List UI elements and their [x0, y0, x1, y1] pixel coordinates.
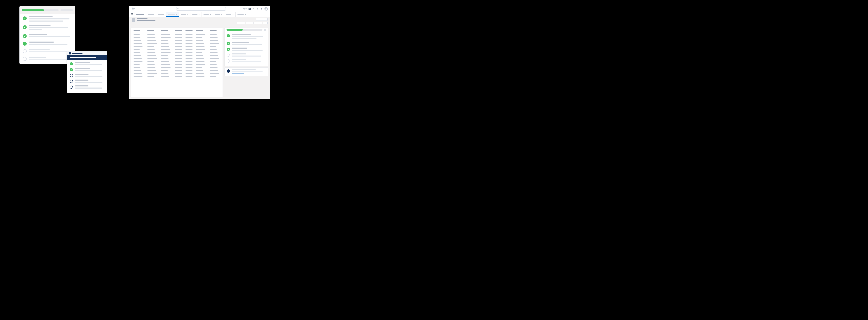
table-cell: [185, 40, 192, 41]
settings-icon[interactable]: [256, 8, 259, 10]
nav-tab[interactable]: [236, 12, 248, 17]
avatar[interactable]: [265, 7, 268, 10]
checklist-step[interactable]: [23, 57, 72, 61]
nav-tab[interactable]: [224, 12, 236, 17]
checklist-step[interactable]: [23, 25, 72, 30]
text-placeholder: [232, 61, 261, 62]
table-cell: [210, 49, 217, 50]
record-type-icon: [132, 18, 135, 22]
table-cell: [133, 52, 141, 53]
table-cell: [185, 64, 192, 65]
nav-tab[interactable]: [179, 12, 190, 17]
table-cell: [161, 49, 170, 50]
checklist-step[interactable]: [70, 80, 105, 83]
table-cell: [196, 74, 204, 74]
guidance-card: [224, 28, 268, 66]
table-cell: [175, 74, 182, 74]
check-circle-icon: [227, 42, 230, 45]
text-placeholder: [29, 19, 70, 20]
footer-line: [232, 69, 256, 70]
text-placeholder: [232, 44, 262, 45]
action-button[interactable]: [263, 22, 268, 24]
checklist-card: [20, 6, 75, 64]
modal-banner: [67, 55, 107, 60]
checklist-step[interactable]: [227, 53, 266, 57]
text-placeholder: [232, 34, 251, 35]
checklist-step[interactable]: [70, 85, 105, 89]
text-placeholder: [232, 53, 246, 54]
nav-tab[interactable]: [156, 12, 166, 17]
add-icon[interactable]: [249, 8, 251, 10]
search-input[interactable]: [176, 7, 226, 10]
table-cell: [175, 77, 182, 77]
checklist-step[interactable]: [23, 34, 72, 38]
footer-line: [232, 71, 263, 72]
table-cell: [210, 64, 217, 65]
table-cell: [210, 67, 218, 68]
nav-tab[interactable]: [166, 12, 179, 17]
checklist-step[interactable]: [23, 41, 72, 46]
chevron-down-icon: [221, 13, 222, 15]
checklist-step[interactable]: [227, 59, 266, 63]
text-placeholder: [29, 27, 68, 28]
salesforce-logo[interactable]: [131, 7, 135, 10]
action-button[interactable]: [254, 22, 262, 24]
checklist-step[interactable]: [227, 42, 266, 45]
table-cell: [175, 43, 182, 44]
nav-tab[interactable]: [202, 12, 213, 17]
close-icon[interactable]: ✕: [104, 52, 106, 55]
table-cell: [161, 67, 170, 68]
global-header: ?: [129, 6, 270, 12]
app-name-placeholder: [136, 14, 144, 15]
table-cell: [161, 34, 170, 35]
checklist-step[interactable]: [70, 68, 105, 71]
table-cell: [175, 64, 182, 65]
checklist-step[interactable]: [70, 62, 105, 65]
action-button[interactable]: [256, 18, 268, 21]
checklist-step[interactable]: [23, 16, 72, 22]
guidance-header: [225, 28, 268, 32]
checklist-step[interactable]: [23, 49, 72, 53]
action-button[interactable]: [237, 22, 245, 24]
progress-bar: [22, 9, 59, 11]
salesforce-app-window: ?: [129, 6, 270, 99]
record-titles: [137, 18, 155, 21]
nav-tab-label: [215, 14, 220, 15]
text-placeholder: [75, 74, 89, 75]
table-cell: [210, 70, 218, 71]
favorites-icon[interactable]: [243, 8, 247, 10]
action-button[interactable]: [246, 22, 253, 24]
table-cell: [196, 58, 204, 59]
table-cell: [185, 34, 192, 35]
progress-label-placeholder: [264, 29, 267, 31]
table-cell: [175, 70, 182, 71]
app-launcher[interactable]: [129, 12, 134, 17]
nav-tab-label: [238, 14, 244, 15]
nav-tab-label: [204, 14, 209, 15]
modal-title-placeholder: [72, 53, 83, 54]
modal-record-icon: [69, 52, 71, 54]
global-search[interactable]: [176, 7, 226, 10]
table-column: [161, 30, 171, 77]
text-placeholder: [75, 68, 90, 69]
text-placeholder: [75, 76, 102, 77]
record-type-label: [137, 18, 148, 19]
nav-tab[interactable]: [146, 12, 156, 17]
table-cell: [147, 46, 154, 47]
nav-tab[interactable]: [190, 12, 202, 17]
table-column: [147, 30, 158, 77]
table-cell: [175, 61, 182, 62]
checklist-step[interactable]: [70, 74, 105, 77]
table-cell: [133, 37, 141, 38]
nav-tab[interactable]: [213, 12, 224, 17]
footer-link[interactable]: [232, 73, 244, 74]
notifications-icon[interactable]: [260, 8, 263, 10]
column-header: [175, 30, 182, 31]
table-cell: [175, 58, 182, 59]
checklist-step[interactable]: [227, 48, 266, 51]
text-placeholder: [75, 88, 102, 89]
checklist-step[interactable]: [227, 34, 266, 39]
text-placeholder: [29, 36, 70, 37]
table-cell: [133, 46, 143, 47]
help-icon[interactable]: ?: [253, 8, 255, 10]
